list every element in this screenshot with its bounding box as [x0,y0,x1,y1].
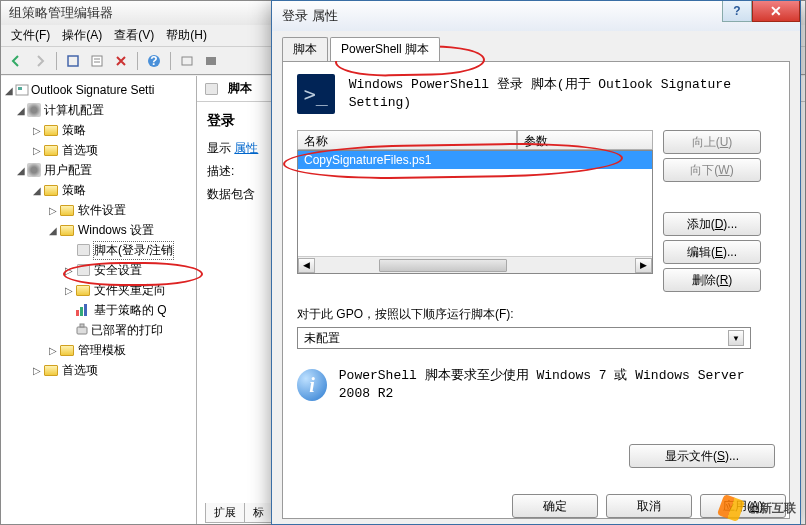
svg-rect-9 [18,87,22,90]
toolbar-separator [170,52,171,70]
script-listbox[interactable]: 名称 参数 CopySignatureFiles.ps1 ◀ ▶ [297,130,653,292]
info-icon: i [297,369,327,401]
show-files-button[interactable]: 显示文件(S)... [629,444,775,468]
edit-button[interactable]: 编辑(E)... [663,240,761,264]
tree-printers[interactable]: 已部署的打印 [91,322,163,339]
column-param[interactable]: 参数 [517,130,653,150]
cancel-button[interactable]: 取消 [606,494,692,518]
powershell-icon: >_ [297,74,335,114]
svg-rect-1 [92,56,102,66]
scroll-right[interactable]: ▶ [635,258,652,273]
up-button[interactable]: 向上(U) [663,130,761,154]
dialog-titlebar[interactable]: 登录 属性 ? ✕ [272,1,800,31]
tree-computer-policy[interactable]: 策略 [62,122,86,139]
toolbar-delete-icon[interactable] [110,50,132,72]
svg-rect-0 [68,56,78,66]
menu-help[interactable]: 帮助(H) [160,27,213,44]
tree-view[interactable]: ◢Outlook Signature Setti ◢计算机配置 ▷策略 ▷首选项… [1,76,197,524]
toolbar-help-icon[interactable]: ? [143,50,165,72]
tree-windows[interactable]: Windows 设置 [78,222,154,239]
chevron-down-icon: ▼ [728,330,744,346]
svg-text:?: ? [150,54,157,68]
forward-button[interactable] [29,50,51,72]
watermark-logo-icon [720,497,742,519]
svg-text:?: ? [733,4,740,18]
order-value: 未配置 [304,330,340,347]
tree-user-prefs[interactable]: 首选项 [62,362,98,379]
toolbar-separator [56,52,57,70]
tree-folder-redirect[interactable]: 文件夹重定向 [94,282,166,299]
svg-rect-10 [77,327,87,334]
remove-button[interactable]: 删除(R) [663,268,761,292]
toolbar-btn-3[interactable] [200,50,222,72]
ok-button[interactable]: 确定 [512,494,598,518]
menu-file[interactable]: 文件(F) [5,27,56,44]
toolbar-btn-2[interactable] [176,50,198,72]
toolbar-properties-icon[interactable] [86,50,108,72]
computer-icon [27,103,41,117]
info-text: PowerShell 脚本要求至少使用 Windows 7 或 Windows … [339,367,775,403]
show-label: 显示 [207,141,231,155]
scroll-left[interactable]: ◀ [298,258,315,273]
add-button[interactable]: 添加(D)... [663,212,761,236]
horizontal-scrollbar[interactable]: ◀ ▶ [298,256,652,273]
scroll-thumb[interactable] [379,259,507,272]
watermark-text: 创新互联 [748,500,796,517]
tree-software[interactable]: 软件设置 [78,202,126,219]
powershell-header-text: Windows PowerShell 登录 脚本(用于 Outlook Sign… [349,76,775,112]
scroll-track[interactable] [315,258,635,273]
down-button[interactable]: 向下(W) [663,158,761,182]
content-header-label: 脚本 [228,80,252,97]
column-name[interactable]: 名称 [297,130,517,150]
svg-rect-11 [80,324,84,327]
list-item[interactable]: CopySignatureFiles.ps1 [298,151,652,169]
tab-powershell[interactable]: PowerShell 脚本 [330,37,440,61]
tree-root[interactable]: Outlook Signature Setti [31,83,154,97]
tree-user[interactable]: 用户配置 [44,162,92,179]
watermark: 创新互联 [720,497,796,519]
toolbar-separator [137,52,138,70]
tree-qos[interactable]: 基于策略的 Q [94,302,167,319]
bottom-tab-extended[interactable]: 扩展 [205,503,245,523]
menu-action[interactable]: 操作(A) [56,27,108,44]
back-button[interactable] [5,50,27,72]
properties-link[interactable]: 属性 [234,141,258,155]
tree-security[interactable]: 安全设置 [94,262,142,279]
tab-body: >_ Windows PowerShell 登录 脚本(用于 Outlook S… [282,61,790,519]
order-select[interactable]: 未配置 ▼ [297,327,751,349]
tree-admin-templates[interactable]: 管理模板 [78,342,126,359]
help-button[interactable]: ? [722,1,752,22]
toolbar-btn-1[interactable] [62,50,84,72]
svg-rect-7 [206,57,216,65]
bottom-tab-standard[interactable]: 标 [244,503,273,523]
dialog-title: 登录 属性 [282,7,338,25]
tree-scripts[interactable]: 脚本(登录/注销 [94,242,173,259]
svg-rect-6 [182,57,192,65]
user-icon [27,163,41,177]
properties-dialog: 登录 属性 ? ✕ 脚本 PowerShell 脚本 >_ Windows Po… [271,0,801,525]
close-button[interactable]: ✕ [752,1,800,22]
order-label: 对于此 GPO，按照以下顺序运行脚本(F): [297,306,775,323]
tree-computer-prefs[interactable]: 首选项 [62,142,98,159]
tree-user-policy[interactable]: 策略 [62,182,86,199]
tree-computer[interactable]: 计算机配置 [44,102,104,119]
tab-scripts[interactable]: 脚本 [282,37,328,61]
tab-strip: 脚本 PowerShell 脚本 [282,39,790,61]
menu-view[interactable]: 查看(V) [108,27,160,44]
